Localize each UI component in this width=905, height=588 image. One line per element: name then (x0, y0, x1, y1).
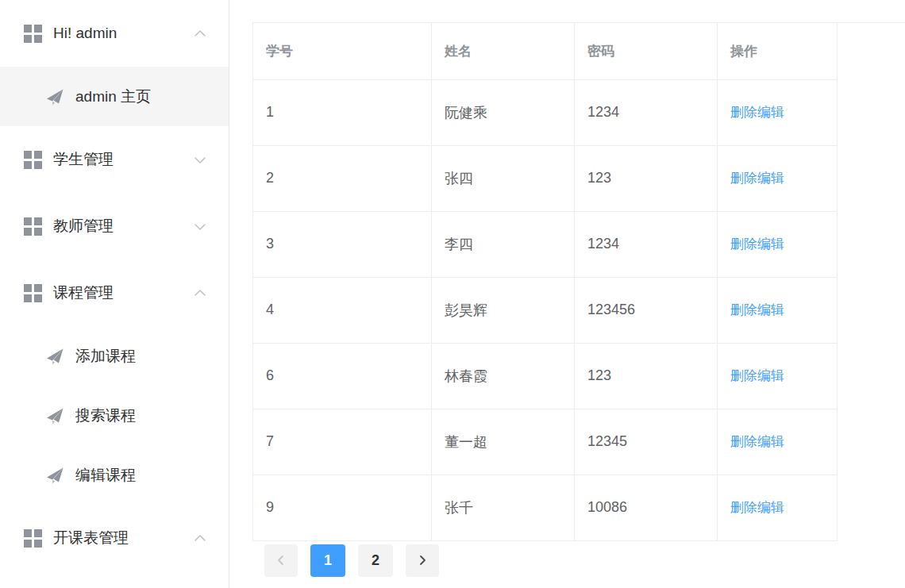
table-row: 9张千10086删除编辑 (253, 475, 838, 540)
cell-name: 林春霞 (432, 343, 575, 409)
students-table: 学号姓名密码操作 1阮健乘1234删除编辑2张四123删除编辑3李四1234删除… (252, 23, 838, 541)
cell-password: 1234 (575, 79, 718, 145)
chevron-down-icon (194, 221, 206, 233)
delete-link[interactable]: 删除 (730, 368, 757, 383)
cell-password: 12345 (575, 409, 718, 475)
cell-name: 张四 (432, 145, 575, 211)
cell-name: 董一超 (432, 409, 575, 475)
paper-plane-icon (45, 87, 64, 106)
sidebar-item-label: 编辑课程 (75, 465, 136, 486)
pagination: 12 (264, 544, 905, 577)
cell-actions: 删除编辑 (718, 211, 838, 277)
edit-link[interactable]: 编辑 (757, 434, 784, 449)
next-page-button[interactable] (406, 544, 439, 577)
table-row: 6林春霞123删除编辑 (253, 343, 838, 409)
paper-plane-icon (45, 466, 64, 485)
cell-actions: 删除编辑 (718, 343, 838, 409)
delete-link[interactable]: 删除 (730, 105, 757, 120)
delete-link[interactable]: 删除 (730, 236, 757, 252)
edit-link[interactable]: 编辑 (757, 302, 784, 317)
sidebar-item-label: 教师管理 (53, 216, 114, 236)
cell-actions: 删除编辑 (718, 409, 838, 475)
students-table-container: 学号姓名密码操作 1阮健乘1234删除编辑2张四123删除编辑3李四1234删除… (252, 22, 905, 577)
column-header-id: 学号 (253, 23, 432, 79)
cell-id: 2 (253, 145, 432, 211)
paper-plane-icon (45, 406, 64, 425)
edit-link[interactable]: 编辑 (757, 236, 784, 252)
delete-link[interactable]: 删除 (730, 434, 757, 449)
prev-page-button[interactable] (264, 544, 298, 577)
edit-link[interactable]: 编辑 (757, 500, 784, 515)
edit-link[interactable]: 编辑 (757, 368, 784, 383)
sidebar-item-label: 开课表管理 (53, 528, 129, 548)
sidebar: Hi! adminadmin 主页学生管理教师管理课程管理添加课程搜索课程编辑课… (0, 0, 229, 588)
table-body: 1阮健乘1234删除编辑2张四123删除编辑3李四1234删除编辑4彭昊辉123… (253, 79, 838, 540)
page-buttons: 12 (310, 544, 406, 577)
cell-id: 1 (253, 79, 432, 145)
edit-link[interactable]: 编辑 (757, 171, 784, 186)
cell-id: 9 (253, 475, 432, 540)
sidebar-item-edit-course[interactable]: 编辑课程 (0, 445, 229, 505)
chevron-left-icon (275, 555, 287, 566)
sidebar-item-student-management[interactable]: 学生管理 (0, 126, 229, 193)
chevron-up-icon (194, 287, 206, 299)
cell-id: 3 (253, 211, 432, 277)
table-row: 3李四1234删除编辑 (253, 211, 838, 277)
page-button-2[interactable]: 2 (358, 544, 393, 577)
sidebar-item-admin-home[interactable]: admin 主页 (0, 67, 229, 126)
cell-name: 彭昊辉 (432, 277, 575, 343)
table-row: 1阮健乘1234删除编辑 (253, 79, 838, 145)
sidebar-item-label: Hi! admin (53, 25, 117, 42)
sidebar-item-label: 课程管理 (53, 282, 114, 303)
grid-menu-icon (24, 529, 42, 548)
cell-name: 张千 (432, 475, 575, 540)
cell-password: 123456 (575, 277, 718, 343)
sidebar-item-label: 搜索课程 (75, 405, 136, 426)
cell-password: 10086 (575, 475, 718, 540)
column-header-name: 姓名 (432, 23, 575, 79)
cell-password: 123 (575, 343, 718, 409)
table-header-row: 学号姓名密码操作 (253, 23, 838, 79)
edit-link[interactable]: 编辑 (757, 105, 784, 120)
sidebar-item-label: 学生管理 (53, 149, 114, 170)
chevron-up-icon (194, 532, 206, 544)
delete-link[interactable]: 删除 (730, 500, 757, 515)
cell-id: 4 (253, 277, 432, 343)
delete-link[interactable]: 删除 (730, 302, 757, 317)
sidebar-item-label: admin 主页 (75, 86, 151, 107)
cell-name: 李四 (432, 211, 575, 277)
grid-menu-icon (24, 284, 42, 302)
cell-actions: 删除编辑 (718, 79, 838, 145)
sidebar-menu: Hi! adminadmin 主页学生管理教师管理课程管理添加课程搜索课程编辑课… (0, 0, 229, 571)
cell-actions: 删除编辑 (718, 277, 838, 343)
cell-name: 阮健乘 (432, 79, 575, 145)
grid-menu-icon (24, 151, 42, 169)
cell-password: 123 (575, 145, 718, 211)
chevron-up-icon (194, 28, 206, 40)
column-header-password: 密码 (575, 23, 718, 79)
column-header-actions: 操作 (718, 23, 838, 79)
sidebar-item-teacher-management[interactable]: 教师管理 (0, 193, 229, 259)
sidebar-item-label: 添加课程 (75, 346, 136, 367)
cell-actions: 删除编辑 (718, 475, 838, 540)
sidebar-item-schedule-management[interactable]: 开课表管理 (0, 505, 229, 571)
cell-id: 6 (253, 343, 432, 409)
sidebar-item-search-course[interactable]: 搜索课程 (0, 386, 229, 445)
paper-plane-icon (45, 347, 64, 366)
table-row: 4彭昊辉123456删除编辑 (253, 277, 838, 343)
table-row: 7董一超12345删除编辑 (253, 409, 838, 475)
grid-menu-icon (24, 217, 42, 236)
page-button-1[interactable]: 1 (310, 544, 345, 577)
table-row: 2张四123删除编辑 (253, 145, 838, 211)
cell-id: 7 (253, 409, 432, 475)
grid-menu-icon (24, 25, 42, 43)
cell-password: 1234 (575, 211, 718, 277)
sidebar-item-add-course[interactable]: 添加课程 (0, 326, 229, 386)
sidebar-item-hi-admin[interactable]: Hi! admin (0, 0, 229, 67)
chevron-right-icon (417, 555, 428, 566)
delete-link[interactable]: 删除 (730, 171, 757, 186)
chevron-down-icon (194, 154, 206, 166)
sidebar-item-course-management[interactable]: 课程管理 (0, 259, 229, 326)
cell-actions: 删除编辑 (718, 145, 838, 211)
